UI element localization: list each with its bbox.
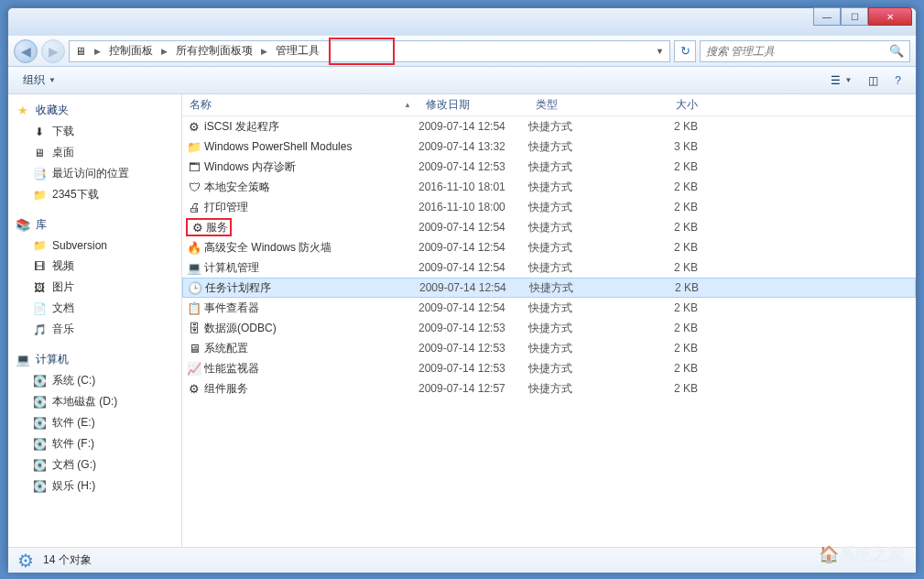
- nav-sidebar: ★收藏夹 ⬇下载 🖥桌面 📑最近访问的位置 📁2345下载 📚库 📁Subver…: [8, 94, 182, 547]
- file-row[interactable]: 🔥高级安全 Windows 防火墙2009-07-14 12:54快捷方式2 K…: [182, 237, 916, 257]
- sidebar-item[interactable]: 💽软件 (E:): [8, 412, 181, 433]
- minimize-button[interactable]: —: [813, 7, 841, 26]
- file-name: 高级安全 Windows 防火墙: [202, 240, 419, 256]
- file-name: 系统配置: [202, 341, 419, 356]
- file-row[interactable]: 🖨打印管理2016-11-10 18:00快捷方式2 KB: [182, 197, 916, 217]
- file-row[interactable]: 📁Windows PowerShell Modules2009-07-14 13…: [182, 137, 916, 157]
- search-input[interactable]: [706, 45, 889, 58]
- chevron-right-icon[interactable]: ▶: [158, 47, 170, 56]
- file-date: 2009-07-14 12:53: [419, 322, 528, 334]
- close-button[interactable]: ✕: [868, 7, 912, 26]
- file-type: 快捷方式: [528, 200, 632, 215]
- sidebar-favorites-header[interactable]: ★收藏夹: [8, 100, 181, 121]
- file-row[interactable]: ⚙iSCSI 发起程序2009-07-14 12:54快捷方式2 KB: [182, 116, 916, 137]
- sidebar-item[interactable]: 📁2345下载: [8, 184, 181, 205]
- file-size: 2 KB: [632, 120, 705, 133]
- file-row[interactable]: 🛡本地安全策略2016-11-10 18:01快捷方式2 KB: [182, 177, 916, 197]
- computer-icon: 💻: [16, 353, 30, 367]
- file-row[interactable]: ⚙组件服务2009-07-14 12:57快捷方式2 KB: [182, 378, 916, 399]
- search-icon[interactable]: 🔍: [889, 44, 904, 58]
- file-size: 3 KB: [632, 140, 705, 153]
- file-date: 2009-07-14 12:54: [419, 221, 528, 234]
- breadcrumb-seg-0[interactable]: 控制面板: [103, 41, 158, 61]
- star-icon: ★: [16, 104, 30, 118]
- file-date: 2009-07-14 12:54: [419, 281, 529, 294]
- file-size: 2 KB: [632, 322, 705, 334]
- sidebar-item[interactable]: 📑最近访问的位置: [8, 163, 181, 184]
- preview-pane-button[interactable]: ◫: [861, 71, 886, 90]
- file-icon: ⚙: [186, 382, 202, 396]
- file-date: 2009-07-14 12:53: [419, 362, 528, 375]
- titlebar: — ☐ ✕: [8, 8, 916, 36]
- file-row[interactable]: ⚙服务2009-07-14 12:54快捷方式2 KB: [182, 217, 916, 237]
- highlight-box: [329, 38, 395, 65]
- file-row[interactable]: 📈性能监视器2009-07-14 12:53快捷方式2 KB: [182, 358, 916, 378]
- document-icon: 📄: [32, 301, 47, 316]
- file-row[interactable]: 💻计算机管理2009-07-14 12:54快捷方式2 KB: [182, 257, 916, 278]
- file-icon: 🛡: [186, 180, 202, 194]
- breadcrumb-seg-1[interactable]: 所有控制面板项: [170, 41, 258, 61]
- file-size: 2 KB: [632, 180, 705, 193]
- status-text: 14 个对象: [43, 552, 92, 568]
- chevron-down-icon: ▼: [49, 76, 56, 84]
- chevron-right-icon[interactable]: ▶: [258, 47, 270, 56]
- forward-button[interactable]: ▶: [41, 39, 65, 63]
- file-row[interactable]: 🕒任务计划程序2009-07-14 12:54快捷方式2 KB: [182, 278, 916, 298]
- view-button[interactable]: ☰ ▼: [823, 71, 859, 90]
- file-type: 快捷方式: [528, 220, 632, 235]
- history-dropdown-icon[interactable]: ▼: [650, 47, 669, 56]
- refresh-button[interactable]: ↻: [674, 40, 696, 62]
- organize-button[interactable]: 组织 ▼: [16, 70, 63, 91]
- sidebar-item[interactable]: 🖼图片: [8, 277, 181, 298]
- sidebar-libraries-header[interactable]: 📚库: [8, 214, 181, 235]
- maximize-button[interactable]: ☐: [841, 7, 868, 26]
- col-date[interactable]: 修改日期: [419, 94, 528, 115]
- file-type: 快捷方式: [528, 159, 632, 175]
- file-name: iSCSI 发起程序: [202, 119, 419, 135]
- sidebar-item[interactable]: 📁Subversion: [8, 235, 181, 256]
- file-row[interactable]: 🗄数据源(ODBC)2009-07-14 12:53快捷方式2 KB: [182, 318, 916, 338]
- sidebar-item[interactable]: 💽本地磁盘 (D:): [8, 391, 181, 412]
- sidebar-item[interactable]: 📄文档: [8, 298, 181, 319]
- sidebar-item[interactable]: 🎞视频: [8, 256, 181, 277]
- col-name[interactable]: 名称▲: [182, 94, 419, 115]
- sidebar-item[interactable]: 💽娱乐 (H:): [8, 475, 181, 497]
- address-bar[interactable]: 🖥 ▶ 控制面板 ▶ 所有控制面板项 ▶ 管理工具 ▼: [69, 40, 670, 62]
- file-name: 打印管理: [202, 200, 419, 215]
- search-box[interactable]: 🔍: [700, 40, 910, 62]
- col-type[interactable]: 类型: [528, 94, 632, 115]
- sidebar-item[interactable]: 💽系统 (C:): [8, 370, 181, 391]
- file-row[interactable]: 🗔Windows 内存诊断2009-07-14 12:53快捷方式2 KB: [182, 157, 916, 177]
- sidebar-item[interactable]: 🎵音乐: [8, 319, 181, 340]
- file-date: 2016-11-10 18:00: [419, 201, 528, 213]
- file-size: 2 KB: [632, 160, 705, 173]
- back-button[interactable]: ◀: [14, 39, 38, 63]
- download-icon: ⬇: [32, 125, 47, 139]
- sidebar-item[interactable]: ⬇下载: [8, 121, 181, 142]
- file-date: 2009-07-14 12:53: [419, 342, 528, 355]
- breadcrumb-root-icon[interactable]: 🖥: [70, 41, 92, 61]
- sidebar-computer-header[interactable]: 💻计算机: [8, 349, 181, 370]
- sidebar-item[interactable]: 🖥桌面: [8, 142, 181, 163]
- file-row[interactable]: 📋事件查看器2009-07-14 12:54快捷方式2 KB: [182, 298, 916, 318]
- sidebar-item[interactable]: 💽文档 (G:): [8, 454, 181, 475]
- file-date: 2009-07-14 12:54: [419, 241, 528, 254]
- col-size[interactable]: 大小: [632, 94, 705, 115]
- file-row[interactable]: 🖥系统配置2009-07-14 12:53快捷方式2 KB: [182, 338, 916, 358]
- file-name: Windows 内存诊断: [202, 159, 419, 175]
- drive-icon: 💽: [32, 395, 47, 410]
- file-type: 快捷方式: [528, 240, 632, 256]
- file-size: 2 KB: [632, 221, 705, 234]
- chevron-right-icon[interactable]: ▶: [92, 47, 103, 56]
- music-icon: 🎵: [32, 322, 47, 337]
- svn-icon: 📁: [32, 238, 47, 253]
- sidebar-item[interactable]: 💽软件 (F:): [8, 433, 181, 454]
- drive-icon: 💽: [32, 479, 47, 494]
- file-date: 2009-07-14 12:57: [419, 382, 528, 395]
- file-type: 快捷方式: [528, 300, 632, 316]
- help-button[interactable]: ?: [887, 71, 908, 90]
- file-date: 2009-07-14 12:53: [419, 160, 528, 173]
- breadcrumb-seg-2[interactable]: 管理工具: [270, 41, 325, 61]
- sort-icon: ▲: [404, 101, 411, 109]
- statusbar: ⚙ 14 个对象: [8, 547, 916, 573]
